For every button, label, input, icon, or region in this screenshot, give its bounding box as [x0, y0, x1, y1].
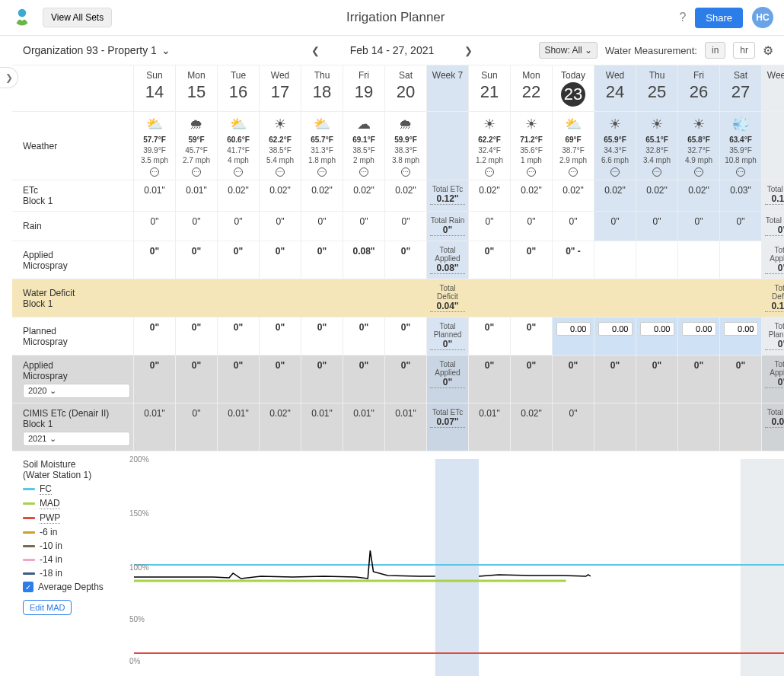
day-header[interactable]: Sun21 [469, 65, 511, 112]
weather-more-icon[interactable]: ⋯ [736, 167, 745, 177]
show-filter-dropdown[interactable]: Show: All ⌄ [539, 42, 598, 59]
weather-more-icon[interactable]: ⋯ [527, 167, 536, 177]
day-header[interactable]: Sun14 [134, 65, 176, 112]
date-range[interactable]: Feb 14 - 27, 2021 [350, 44, 435, 56]
day-header[interactable]: Wed17 [260, 65, 301, 112]
planned-input-cell[interactable] [636, 317, 678, 356]
year-dropdown[interactable]: 2021 ⌄ [23, 432, 130, 446]
unit-in-button[interactable]: in [705, 42, 725, 59]
day-header[interactable]: Fri19 [343, 65, 385, 112]
weather-more-icon[interactable]: ⋯ [150, 167, 159, 177]
legend-pwp: PWP [23, 512, 123, 524]
weather-cell: ☀62.2°F32.4°F1.2 mph⋯ [469, 112, 511, 180]
planned-input-cell[interactable] [553, 317, 594, 356]
data-cell: 0.02" [218, 180, 260, 212]
data-cell: 0" [301, 356, 343, 403]
year-dropdown[interactable]: 2020 ⌄ [23, 384, 130, 398]
data-cell: 0" [511, 212, 553, 241]
page-title: Irrigation Planner [112, 10, 679, 25]
data-cell: 0" [176, 356, 218, 403]
weather-cell: ☀71.2°F35.6°F1 mph⋯ [511, 112, 553, 180]
total-cell: Total Applied0.08" [427, 241, 469, 279]
total-cell: Total Deficit0.04" [427, 279, 469, 317]
weather-more-icon[interactable]: ⋯ [359, 167, 368, 177]
empty [134, 279, 176, 317]
weather-more-icon[interactable]: ⋯ [276, 167, 285, 177]
edit-mad-button[interactable]: Edit MAD [23, 600, 72, 615]
gear-icon[interactable]: ⚙ [763, 43, 773, 58]
svg-rect-1 [435, 459, 479, 676]
empty [218, 279, 260, 317]
planned-input[interactable] [556, 322, 591, 336]
row-label: Rain [12, 212, 134, 241]
planned-input-cell[interactable] [594, 317, 636, 356]
planned-input-cell[interactable] [678, 317, 720, 356]
user-avatar[interactable]: HC [752, 7, 773, 28]
weather-more-icon[interactable]: ⋯ [234, 167, 243, 177]
breadcrumb[interactable]: Organization 93 - Property 1 ⌄ [23, 44, 171, 56]
day-header[interactable]: Tue16 [218, 65, 260, 112]
data-cell: 0.01" [218, 403, 260, 451]
data-cell: 0" [511, 241, 553, 279]
water-measurement-label: Water Measurement: [605, 45, 697, 56]
weather-label: Weather [12, 112, 134, 180]
day-header[interactable]: Fri26 [678, 65, 720, 112]
empty [176, 279, 218, 317]
planned-input[interactable] [724, 322, 758, 336]
planned-input[interactable] [598, 322, 633, 336]
empty [678, 279, 720, 317]
planned-input[interactable] [682, 322, 716, 336]
weather-cell: ☀65.9°F34.3°F6.6 mph⋯ [594, 112, 636, 180]
data-cell: 0.02" [553, 180, 594, 212]
total-cell: Total Planned0" [427, 317, 469, 356]
weather-more-icon[interactable]: ⋯ [569, 167, 578, 177]
help-icon[interactable]: ? [679, 11, 686, 24]
weather-more-icon[interactable]: ⋯ [652, 167, 661, 177]
weather-cell: ☀62.2°F38.5°F5.4 mph⋯ [260, 112, 301, 180]
data-cell: 0" [636, 212, 678, 241]
unit-hr-button[interactable]: hr [733, 42, 755, 59]
data-cell: 0" [260, 356, 301, 403]
weather-cell: ⛅57.7°F39.9°F3.5 mph⋯ [134, 112, 176, 180]
row-label: CIMIS ETc (Denair II)Block 12021 ⌄ [12, 403, 134, 451]
day-header[interactable]: Wed24 [594, 65, 636, 112]
weather-more-icon[interactable]: ⋯ [317, 167, 327, 177]
week8-header: Week 8 [762, 65, 784, 112]
next-range-button[interactable]: ❯ [464, 45, 473, 56]
day-header[interactable]: Today23 [553, 65, 594, 112]
weather-more-icon[interactable]: ⋯ [610, 167, 620, 177]
day-header[interactable]: Thu25 [636, 65, 678, 112]
planned-input[interactable] [640, 322, 674, 336]
data-cell: 0" [636, 356, 678, 403]
prev-range-button[interactable]: ❮ [311, 45, 320, 56]
data-cell: 0" [511, 356, 553, 403]
week-spacer [762, 112, 784, 180]
weather-more-icon[interactable]: ⋯ [485, 167, 494, 177]
weather-more-icon[interactable]: ⋯ [192, 167, 201, 177]
day-header[interactable]: Sat27 [720, 65, 762, 112]
avg-depths-toggle[interactable]: ✓Average Depths [23, 582, 123, 592]
legend-18in: -18 in [23, 568, 123, 579]
planned-input-cell[interactable] [720, 317, 762, 356]
share-button[interactable]: Share [695, 8, 743, 28]
data-cell: 0" [301, 317, 343, 356]
data-cell: 0.08" [343, 241, 385, 279]
day-header[interactable]: Sat20 [385, 65, 427, 112]
total-cell: Total ETc0.07" [427, 403, 469, 451]
data-cell: 0" [176, 212, 218, 241]
day-header[interactable]: Mon15 [176, 65, 218, 112]
data-cell: 0" [553, 212, 594, 241]
day-header[interactable]: Thu18 [301, 65, 343, 112]
data-cell: 0.02" [511, 180, 553, 212]
row-label: AppliedMicrospray2020 ⌄ [12, 356, 134, 403]
weather-more-icon[interactable]: ⋯ [401, 167, 410, 177]
row-label: ETcBlock 1 [12, 180, 134, 212]
weather-cell: ⛅69°F38.7°F2.9 mph⋯ [553, 112, 594, 180]
total-cell: Total Applied0" [762, 356, 784, 403]
data-cell [678, 241, 720, 279]
weather-more-icon[interactable]: ⋯ [694, 167, 703, 177]
empty [301, 279, 343, 317]
day-header[interactable]: Mon22 [511, 65, 553, 112]
data-cell: 0" [385, 356, 427, 403]
view-all-sets-button[interactable]: View All Sets [43, 8, 112, 27]
